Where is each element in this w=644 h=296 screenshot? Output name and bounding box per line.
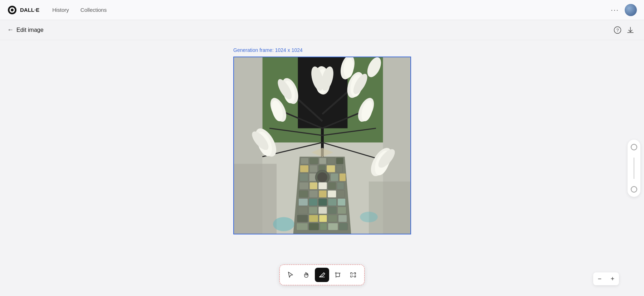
svg-rect-92 — [352, 273, 355, 276]
download-icon — [626, 26, 634, 34]
openai-logo-icon — [7, 5, 17, 15]
expand-icon — [350, 271, 357, 278]
svg-point-88 — [273, 217, 294, 231]
generation-frame-label: Generation frame: 1024 x 1024 — [233, 47, 303, 53]
user-avatar[interactable] — [625, 4, 637, 16]
svg-rect-41 — [298, 207, 308, 214]
back-button[interactable]: ← Edit image — [7, 26, 44, 34]
top-navigation: DALL·E History Collections ··· — [0, 0, 644, 20]
svg-rect-36 — [298, 199, 308, 206]
brush-size-panel — [624, 40, 644, 296]
svg-rect-28 — [318, 182, 327, 189]
svg-point-23 — [317, 172, 327, 182]
download-button[interactable] — [624, 24, 637, 37]
hand-tool-button[interactable] — [299, 268, 313, 282]
svg-rect-46 — [297, 215, 308, 222]
svg-rect-43 — [318, 207, 327, 214]
select-tool-button[interactable] — [283, 268, 298, 282]
svg-rect-40 — [337, 199, 345, 206]
svg-text:?: ? — [616, 28, 619, 33]
svg-rect-16 — [309, 165, 317, 173]
edit-toolbar: ← Edit image ? — [0, 20, 644, 40]
svg-rect-11 — [309, 158, 318, 164]
svg-rect-29 — [328, 182, 336, 189]
svg-rect-30 — [337, 182, 344, 189]
svg-rect-48 — [319, 215, 327, 222]
image-canvas-wrapper — [233, 57, 411, 234]
svg-rect-10 — [301, 158, 308, 164]
main-content-area: Generation frame: 1024 x 1024 — [0, 40, 644, 296]
avatar-image — [625, 4, 637, 16]
svg-rect-32 — [309, 190, 318, 198]
drawing-tools-toolbar — [279, 265, 365, 285]
svg-rect-25 — [339, 173, 346, 181]
slider-handle-bottom — [631, 186, 637, 193]
svg-rect-49 — [328, 215, 337, 222]
svg-rect-45 — [337, 207, 346, 214]
crop-tool-button[interactable] — [331, 268, 345, 282]
svg-rect-55 — [339, 223, 347, 230]
svg-rect-26 — [299, 182, 308, 189]
back-arrow-icon: ← — [7, 26, 14, 34]
nav-more-button[interactable]: ··· — [608, 4, 622, 15]
svg-rect-14 — [336, 158, 343, 164]
svg-point-89 — [360, 212, 378, 222]
svg-rect-34 — [327, 190, 336, 198]
brush-size-slider[interactable] — [628, 140, 640, 197]
svg-rect-44 — [328, 207, 336, 214]
svg-rect-51 — [296, 223, 308, 230]
svg-rect-27 — [309, 182, 317, 189]
svg-rect-31 — [299, 190, 308, 198]
svg-rect-12 — [319, 158, 326, 164]
edit-image-label: Edit image — [16, 27, 44, 33]
svg-rect-18 — [326, 165, 335, 173]
nav-collections[interactable]: Collections — [76, 5, 111, 15]
svg-rect-35 — [337, 190, 345, 198]
svg-rect-33 — [319, 190, 327, 198]
svg-rect-7 — [234, 164, 277, 234]
svg-rect-13 — [327, 158, 335, 164]
eraser-icon — [318, 271, 326, 278]
eraser-tool-button[interactable] — [315, 268, 329, 282]
svg-rect-91 — [336, 273, 340, 277]
svg-rect-8 — [369, 181, 410, 234]
expand-tool-button[interactable] — [346, 268, 361, 282]
help-button[interactable]: ? — [611, 24, 624, 37]
crop-icon — [334, 271, 341, 278]
svg-rect-37 — [309, 199, 317, 206]
svg-rect-47 — [309, 215, 318, 222]
svg-rect-54 — [328, 223, 338, 230]
canvas-area: Generation frame: 1024 x 1024 — [0, 40, 644, 296]
svg-rect-24 — [330, 173, 338, 181]
svg-rect-53 — [320, 223, 327, 230]
svg-rect-52 — [309, 223, 319, 230]
svg-rect-20 — [299, 173, 308, 181]
zoom-controls: − + — [593, 272, 619, 285]
app-name: DALL·E — [20, 7, 39, 13]
canvas-image — [234, 57, 410, 234]
zoom-out-button[interactable]: − — [593, 272, 606, 285]
svg-rect-42 — [309, 207, 317, 214]
slider-handle-top — [631, 144, 637, 150]
help-icon: ? — [614, 26, 621, 34]
logo-area[interactable]: DALL·E — [7, 5, 39, 15]
svg-rect-19 — [336, 165, 342, 173]
select-icon — [287, 271, 294, 278]
svg-rect-39 — [328, 199, 336, 206]
svg-rect-50 — [338, 215, 347, 222]
zoom-in-button[interactable]: + — [606, 272, 619, 285]
svg-rect-38 — [318, 199, 327, 206]
svg-rect-15 — [300, 165, 308, 173]
slider-track — [634, 157, 634, 179]
hand-icon — [303, 271, 310, 278]
nav-history[interactable]: History — [48, 5, 73, 15]
image-border-box[interactable] — [233, 57, 411, 234]
